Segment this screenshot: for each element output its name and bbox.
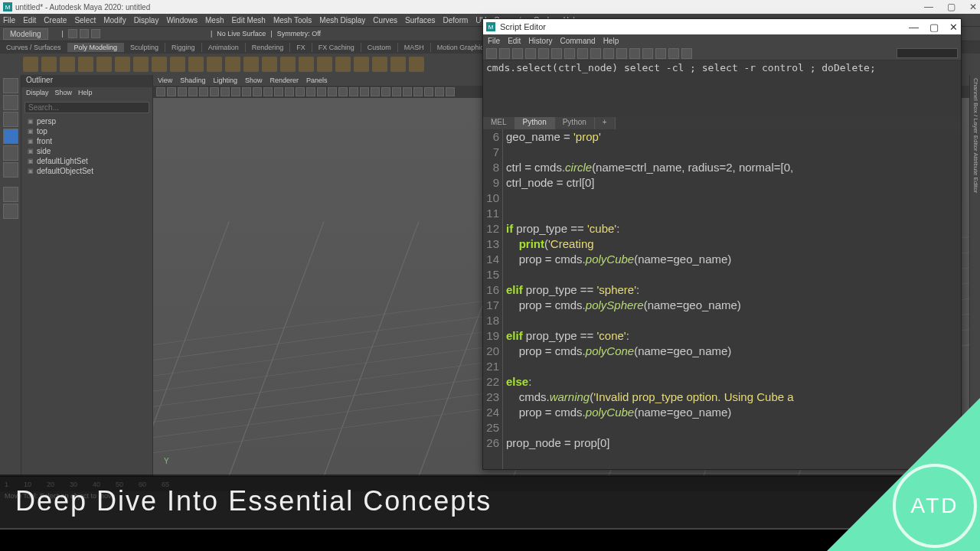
status-icon[interactable]	[68, 29, 77, 38]
script-editor-toolbar[interactable]	[483, 47, 961, 60]
shelf-tab[interactable]: Curves / Surfaces	[0, 43, 68, 52]
shelf-icon[interactable]	[41, 57, 57, 72]
se-toolbar-button[interactable]	[642, 48, 653, 59]
viewport-toolbar-button[interactable]	[242, 87, 251, 96]
script-editor-menubar[interactable]: FileEditHistoryCommandHelp	[483, 34, 961, 47]
se-toolbar-button[interactable]	[590, 48, 601, 59]
snap-tool[interactable]	[3, 187, 18, 202]
viewport-menu-item[interactable]: View	[158, 77, 172, 84]
viewport-toolbar-button[interactable]	[371, 87, 380, 96]
shelf-icon[interactable]	[170, 57, 185, 72]
shelf-tab[interactable]: Sculpting	[124, 43, 165, 52]
viewport-toolbar-button[interactable]	[424, 87, 433, 96]
se-menu-item[interactable]: Edit	[508, 37, 521, 45]
viewport-toolbar-button[interactable]	[317, 87, 326, 96]
se-toolbar-button[interactable]	[551, 48, 562, 59]
menu-create[interactable]: Create	[44, 16, 67, 24]
viewport-toolbar-button[interactable]	[328, 87, 337, 96]
maximize-button[interactable]: ▢	[947, 2, 956, 12]
shelf-icon[interactable]	[335, 57, 351, 72]
shelf-icon[interactable]	[207, 57, 222, 72]
shelf-icon[interactable]	[133, 57, 149, 72]
close-button[interactable]: ✕	[949, 21, 958, 33]
viewport-menu-item[interactable]: Shading	[180, 77, 205, 84]
se-toolbar-button[interactable]	[681, 48, 692, 59]
outliner-search-input[interactable]	[24, 102, 149, 113]
outliner-menu-item[interactable]: Help	[78, 89, 93, 96]
viewport-toolbar-button[interactable]	[381, 87, 390, 96]
shelf-tab[interactable]: Custom	[361, 43, 398, 52]
viewport-toolbar-button[interactable]	[156, 87, 165, 96]
script-editor-search-input[interactable]	[897, 48, 958, 58]
menu-deform[interactable]: Deform	[443, 16, 469, 24]
shelf-icon[interactable]	[354, 57, 369, 72]
se-toolbar-button[interactable]	[486, 48, 497, 59]
outliner-item[interactable]: defaultObjectSet	[21, 166, 152, 176]
shelf-icon[interactable]	[225, 57, 240, 72]
symmetry-dropdown[interactable]: Symmetry: Off	[277, 30, 321, 37]
se-menu-item[interactable]: File	[488, 37, 500, 45]
viewport-toolbar-button[interactable]	[210, 87, 219, 96]
shelf-icon[interactable]	[96, 57, 112, 72]
shelf-icon[interactable]	[280, 57, 296, 72]
outliner-item[interactable]: front	[21, 136, 152, 146]
se-tab[interactable]: Python	[555, 117, 595, 129]
shelf-icon[interactable]	[152, 57, 167, 72]
viewport-toolbar-button[interactable]	[178, 87, 187, 96]
se-menu-item[interactable]: History	[528, 37, 552, 45]
menu-file[interactable]: File	[3, 16, 15, 24]
shelf-icon[interactable]	[60, 57, 75, 72]
se-menu-item[interactable]: Command	[560, 37, 595, 45]
menu-curves[interactable]: Curves	[373, 16, 397, 24]
menu-mesh-display[interactable]: Mesh Display	[319, 16, 365, 24]
viewport-menu-item[interactable]: Renderer	[270, 77, 299, 84]
scale-tool[interactable]	[3, 162, 18, 178]
se-toolbar-button[interactable]	[512, 48, 523, 59]
viewport-toolbar-button[interactable]	[253, 87, 262, 96]
move-tool[interactable]	[3, 129, 18, 144]
history-tool[interactable]	[3, 204, 18, 219]
se-menu-item[interactable]: Help	[603, 37, 619, 45]
select-tool[interactable]	[3, 78, 18, 93]
viewport-toolbar-button[interactable]	[435, 87, 444, 96]
se-toolbar-button[interactable]	[629, 48, 640, 59]
viewport-toolbar-button[interactable]	[403, 87, 412, 96]
viewport-toolbar-button[interactable]	[285, 87, 294, 96]
viewport-toolbar-button[interactable]	[274, 87, 283, 96]
menu-edit-mesh[interactable]: Edit Mesh	[231, 16, 265, 24]
viewport-toolbar-button[interactable]	[231, 87, 240, 96]
viewport-toolbar-button[interactable]	[199, 87, 208, 96]
maximize-button[interactable]: ▢	[929, 21, 939, 33]
viewport-toolbar-button[interactable]	[263, 87, 273, 96]
se-toolbar-button[interactable]	[616, 48, 627, 59]
viewport-toolbar-button[interactable]	[413, 87, 423, 96]
shelf-icon[interactable]	[78, 57, 93, 72]
viewport-toolbar-button[interactable]	[349, 87, 358, 96]
menu-mesh[interactable]: Mesh	[205, 16, 224, 24]
rotate-tool[interactable]	[3, 145, 18, 161]
toolbox[interactable]	[0, 75, 21, 476]
shelf-icon[interactable]	[188, 57, 204, 72]
viewport-toolbar-button[interactable]	[338, 87, 348, 96]
shelf-icon[interactable]	[372, 57, 387, 72]
se-tab[interactable]: MEL	[483, 117, 515, 129]
viewport-toolbar-button[interactable]	[296, 87, 305, 96]
shelf-icon[interactable]	[262, 57, 277, 72]
shelf-icon[interactable]	[115, 57, 130, 72]
status-icon[interactable]	[91, 29, 100, 38]
script-editor-history[interactable]: cmds.select(ctrl_node) select -cl ; sele…	[483, 60, 961, 117]
viewport-toolbar-button[interactable]	[220, 87, 230, 96]
minimize-button[interactable]: —	[909, 21, 919, 33]
shelf-tab[interactable]: Rendering	[246, 43, 291, 52]
se-tab[interactable]: Python	[515, 117, 555, 129]
se-toolbar-button[interactable]	[525, 48, 536, 59]
se-toolbar-button[interactable]	[499, 48, 510, 59]
outliner-item[interactable]: persp	[21, 116, 152, 126]
shelf-tab[interactable]: FX	[290, 43, 312, 52]
shelf-tab[interactable]: FX Caching	[312, 43, 361, 52]
viewport-toolbar-button[interactable]	[360, 87, 369, 96]
se-toolbar-button[interactable]	[577, 48, 588, 59]
shelf-tab[interactable]: MASH	[398, 43, 431, 52]
se-toolbar-button[interactable]	[668, 48, 679, 59]
viewport-toolbar-button[interactable]	[167, 87, 176, 96]
